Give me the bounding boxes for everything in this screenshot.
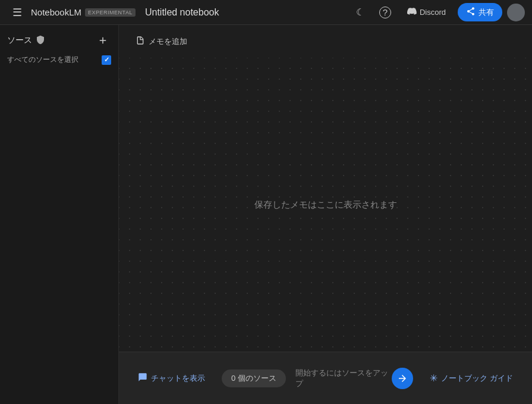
shield-icon bbox=[36, 35, 45, 46]
discord-label: Discord bbox=[420, 8, 446, 17]
guide-star-icon: ✳ bbox=[430, 372, 437, 384]
moon-icon: ☾ bbox=[356, 7, 364, 18]
chat-label: チャットを表示 bbox=[151, 373, 205, 384]
sidebar-header: ソース bbox=[7, 32, 111, 49]
help-button[interactable]: ? bbox=[375, 2, 395, 23]
discord-icon bbox=[407, 7, 417, 18]
sidebar: ソース すべてのソースを選択 bbox=[0, 25, 119, 404]
sources-count-label: 0 個のソース bbox=[231, 373, 276, 384]
hamburger-icon: ☰ bbox=[12, 6, 22, 19]
sidebar-title: ソース bbox=[7, 35, 32, 46]
memo-icon bbox=[136, 36, 145, 47]
logo-badge: EXPERIMENTAL bbox=[85, 8, 136, 17]
content-header: メモを追加 bbox=[119, 25, 532, 58]
user-avatar[interactable] bbox=[507, 4, 525, 21]
main-layout: ソース すべてのソースを選択 メモを追加 保存 bbox=[0, 25, 532, 404]
dark-mode-button[interactable]: ☾ bbox=[350, 2, 370, 23]
empty-notes-message: 保存したメモはここに表示されます bbox=[254, 199, 397, 211]
share-button[interactable]: 共有 bbox=[458, 3, 502, 21]
add-memo-label: メモを追加 bbox=[149, 36, 187, 47]
discord-button[interactable]: Discord bbox=[400, 3, 453, 21]
sidebar-title-row: ソース bbox=[7, 35, 45, 46]
app-header: ☰ NotebookLM EXPERIMENTAL Untitled noteb… bbox=[0, 0, 532, 25]
select-all-label: すべてのソースを選択 bbox=[7, 55, 78, 65]
notebook-title: Untitled notebook bbox=[145, 7, 350, 18]
chat-icon bbox=[138, 372, 147, 384]
show-chat-button[interactable]: チャットを表示 bbox=[131, 368, 212, 389]
share-icon bbox=[466, 7, 476, 18]
header-actions: ☾ ? Discord 共有 bbox=[350, 2, 525, 23]
logo-text: NotebookLM bbox=[31, 7, 81, 17]
select-all-checkbox[interactable] bbox=[102, 55, 111, 65]
help-icon: ? bbox=[379, 7, 391, 18]
logo-area: ☰ NotebookLM EXPERIMENTAL bbox=[7, 2, 136, 23]
bottom-bar: チャットを表示 0 個のソース 開始するにはソースをアップ ✳ ノートブック ガ… bbox=[119, 352, 532, 404]
add-memo-button[interactable]: メモを追加 bbox=[131, 33, 192, 49]
sources-count-pill[interactable]: 0 個のソース bbox=[222, 369, 286, 387]
guide-label: ノートブック ガイド bbox=[441, 373, 513, 384]
share-label: 共有 bbox=[479, 7, 494, 18]
select-all-row: すべてのソースを選択 bbox=[7, 55, 111, 65]
add-source-button[interactable] bbox=[95, 32, 111, 49]
start-prompt-label: 開始するにはソースをアップ bbox=[295, 368, 392, 389]
notes-empty-area: 保存したメモはここに表示されます bbox=[119, 58, 532, 352]
go-button[interactable] bbox=[392, 368, 413, 389]
start-input-area: 開始するにはソースをアップ bbox=[295, 368, 414, 389]
hamburger-menu-button[interactable]: ☰ bbox=[7, 2, 27, 23]
notebook-guide-button[interactable]: ✳ ノートブック ガイド bbox=[423, 368, 520, 389]
notes-content: メモを追加 保存したメモはここに表示されます チャットを表示 0 個のソース 開… bbox=[119, 25, 532, 404]
